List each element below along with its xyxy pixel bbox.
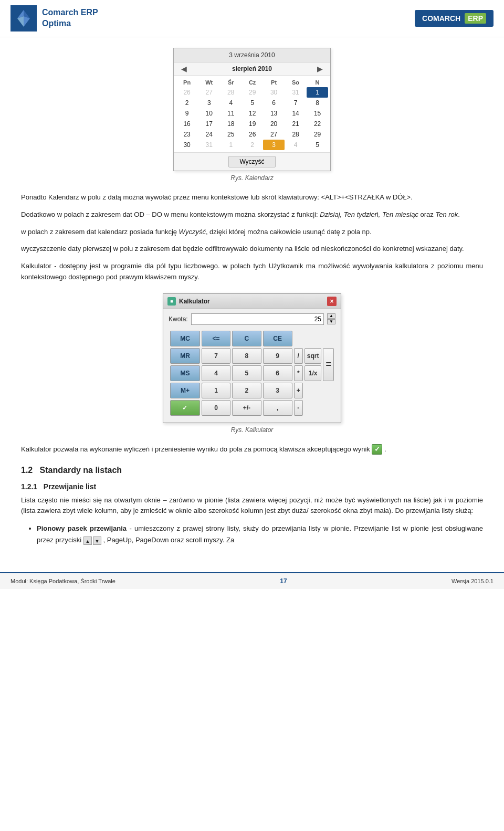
paragraph-2-text: Dodatkowo w polach z zakresem dat OD – D… — [21, 211, 460, 218]
calendar-day[interactable]: 18 — [220, 119, 242, 129]
section-1-2-number: 1.2 — [21, 466, 33, 475]
paragraph-4-text: wyczyszczenie daty pierwszej w polu z za… — [21, 245, 464, 253]
calc-btn-ce[interactable]: CE — [263, 331, 292, 346]
calc-spin-up[interactable]: ▲ — [327, 313, 335, 319]
calendar-day[interactable]: 5 — [242, 98, 263, 108]
calendar-day[interactable]: 9 — [176, 108, 198, 119]
calc-btn-mplus[interactable]: M+ — [170, 383, 200, 398]
calc-btn-accept[interactable]: ✓ — [170, 400, 200, 416]
calendar-day[interactable]: 8 — [307, 98, 328, 108]
calendar-day[interactable]: 26 — [242, 129, 263, 140]
calendar-day[interactable]: 29 — [242, 87, 263, 98]
calendar-day[interactable]: 16 — [176, 119, 198, 129]
calendar-day[interactable]: 3 — [198, 98, 220, 108]
calc-btn-1[interactable]: 1 — [202, 383, 230, 398]
calendar-day[interactable]: 3 — [263, 140, 285, 150]
calendar-day[interactable]: 26 — [176, 87, 198, 98]
calc-btn-inv[interactable]: 1/x — [304, 365, 322, 381]
calendar-day[interactable]: 15 — [307, 108, 328, 119]
calc-title: Kalkulator — [179, 298, 210, 305]
calendar-day[interactable]: 21 — [285, 119, 307, 129]
calendar-nav: ◀ sierpień 2010 ▶ — [174, 62, 330, 76]
calendar-day[interactable]: 17 — [198, 119, 220, 129]
section-1-2-1-number: 1.2.1 — [21, 482, 37, 491]
list-item: Pionowy pasek przewijania - umieszczony … — [37, 523, 483, 546]
paragraph-2: Dodatkowo w polach z zakresem dat OD – D… — [21, 209, 483, 220]
calc-display-input[interactable] — [191, 313, 324, 325]
calendar-day[interactable]: 23 — [176, 129, 198, 140]
calc-btn-add[interactable]: + — [294, 383, 303, 398]
calendar-day[interactable]: 13 — [263, 108, 285, 119]
calendar-day[interactable]: 20 — [263, 119, 285, 129]
calendar-day[interactable]: 29 — [307, 129, 328, 140]
calc-btn-ms[interactable]: MS — [170, 365, 200, 381]
calendar-day[interactable]: 25 — [220, 129, 242, 140]
calendar-day[interactable]: 2 — [176, 98, 198, 108]
calc-btn-equals[interactable]: = — [323, 348, 334, 381]
calc-btn-div[interactable]: / — [294, 348, 303, 364]
calc-btn-mul[interactable]: * — [294, 365, 303, 381]
calendar-day[interactable]: 1 — [307, 87, 328, 98]
calc-btn-c[interactable]: C — [232, 331, 261, 346]
up-arrow-icon: ▲ — [83, 537, 92, 545]
footer-left: Moduł: Księga Podatkowa, Środki Trwałe — [10, 578, 116, 584]
calc-btn-7[interactable]: 7 — [202, 348, 230, 364]
calc-btn-sqrt[interactable]: sqrt — [304, 348, 322, 364]
calendar-day[interactable]: 24 — [198, 129, 220, 140]
calc-btn-0[interactable]: 0 — [202, 400, 230, 416]
calc-btn-mr[interactable]: MR — [170, 348, 200, 364]
calendar-day[interactable]: 4 — [285, 140, 307, 150]
calendar-day[interactable]: 28 — [285, 129, 307, 140]
calculator-widget: ■ Kalkulator × Kwota: ▲ ▼ MC<=CCEMR789/s… — [163, 293, 341, 423]
section-1-2-1-heading: 1.2.1 Przewijanie list — [21, 482, 483, 491]
calendar-next-button[interactable]: ▶ — [314, 65, 326, 73]
calc-btn-backspace[interactable]: <= — [202, 331, 230, 346]
calendar-day[interactable]: 2 — [242, 140, 263, 150]
calc-btn-2[interactable]: 2 — [232, 383, 261, 398]
main-content: 3 września 2010 ◀ sierpień 2010 ▶ Pn Wt … — [0, 37, 504, 562]
calc-spin-down[interactable]: ▼ — [327, 319, 335, 324]
calendar-day[interactable]: 31 — [285, 87, 307, 98]
calc-btn-mc[interactable]: MC — [170, 331, 200, 346]
calendar-day[interactable]: 27 — [263, 129, 285, 140]
calc-btn-4[interactable]: 4 — [202, 365, 230, 381]
calendar-day[interactable]: 10 — [198, 108, 220, 119]
paragraph-1: Ponadto Kalendarz w polu z datą można wy… — [21, 192, 483, 203]
brand-name: Comarch ERP — [42, 7, 98, 18]
calc-buttons-grid: MC<=CCEMR789/sqrt=MS456*1/xM+123+✓0+/-,- — [169, 329, 335, 417]
calendar-day[interactable]: 12 — [242, 108, 263, 119]
calc-close-button[interactable]: × — [327, 297, 337, 306]
calendar-day[interactable]: 19 — [242, 119, 263, 129]
calendar-day[interactable]: 11 — [220, 108, 242, 119]
calendar-clear-section: Wyczyść — [174, 152, 330, 171]
calc-btn-comma[interactable]: , — [263, 400, 292, 416]
calendar-day[interactable]: 28 — [220, 87, 242, 98]
calendar-day[interactable]: 6 — [263, 98, 285, 108]
calc-btn-3[interactable]: 3 — [263, 383, 292, 398]
calc-btn-5[interactable]: 5 — [232, 365, 261, 381]
calc-btn-8[interactable]: 8 — [232, 348, 261, 364]
calendar-clear-button[interactable]: Wyczyść — [228, 156, 275, 167]
bullet-list: Pionowy pasek przewijania - umieszczony … — [37, 523, 483, 546]
day-header-pn: Pn — [176, 78, 198, 87]
calc-btn-9[interactable]: 9 — [263, 348, 292, 364]
calendar-day[interactable]: 31 — [198, 140, 220, 150]
calc-btn-sub[interactable]: - — [294, 400, 303, 416]
calendar-day[interactable]: 4 — [220, 98, 242, 108]
calendar-day[interactable]: 5 — [307, 140, 328, 150]
calendar-prev-button[interactable]: ◀ — [178, 65, 190, 73]
calendar-day[interactable]: 22 — [307, 119, 328, 129]
page-header: Comarch ERP Optima COMARCH ERP — [0, 0, 504, 37]
calendar-day[interactable]: 7 — [285, 98, 307, 108]
calendar-day[interactable]: 27 — [198, 87, 220, 98]
calc-btn-sign[interactable]: +/- — [232, 400, 261, 416]
down-arrow-icon: ▼ — [93, 537, 101, 545]
calendar-section: 3 września 2010 ◀ sierpień 2010 ▶ Pn Wt … — [21, 48, 483, 182]
calendar-day[interactable]: 1 — [220, 140, 242, 150]
calendar-month-label: sierpień 2010 — [232, 65, 272, 72]
calendar-day[interactable]: 30 — [176, 140, 198, 150]
calc-btn-6[interactable]: 6 — [263, 365, 292, 381]
calendar-day[interactable]: 14 — [285, 108, 307, 119]
calendar-grid: Pn Wt Śr Cz Pt So N 26272829303112345678… — [174, 76, 330, 152]
calendar-day[interactable]: 30 — [263, 87, 285, 98]
